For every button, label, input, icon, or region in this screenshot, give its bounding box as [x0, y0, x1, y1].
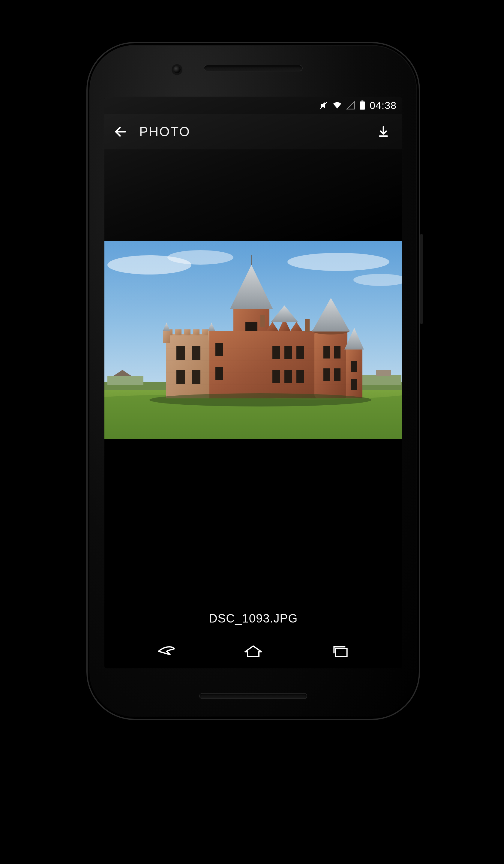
- phone-side-button: [420, 234, 423, 324]
- svg-rect-18: [184, 329, 191, 335]
- svg-rect-17: [175, 329, 181, 335]
- svg-rect-41: [215, 367, 223, 380]
- photo-viewer: DSC_1093.JPG: [104, 149, 402, 634]
- svg-rect-66: [335, 649, 347, 657]
- app-bar-title: PHOTO: [139, 124, 191, 139]
- svg-rect-57: [346, 349, 362, 398]
- svg-point-61: [149, 393, 371, 407]
- download-button[interactable]: [373, 121, 394, 143]
- svg-rect-2: [360, 101, 365, 109]
- svg-rect-60: [351, 379, 357, 390]
- wifi-icon: [333, 101, 342, 110]
- svg-rect-46: [285, 370, 292, 383]
- svg-rect-28: [192, 370, 200, 384]
- svg-rect-56: [334, 368, 340, 381]
- nav-home-icon: [243, 645, 263, 658]
- svg-rect-20: [202, 329, 208, 335]
- svg-rect-43: [285, 346, 292, 359]
- svg-rect-47: [296, 370, 304, 383]
- download-icon: [377, 125, 390, 138]
- app-bar: PHOTO: [104, 114, 402, 149]
- phone-front-camera: [173, 66, 181, 73]
- svg-point-6: [167, 250, 233, 265]
- nav-recents-icon: [332, 645, 349, 658]
- svg-rect-10: [107, 376, 143, 385]
- svg-rect-12: [362, 375, 401, 385]
- svg-rect-49: [305, 319, 310, 332]
- nav-back-button[interactable]: [145, 641, 187, 662]
- svg-rect-59: [351, 361, 357, 372]
- photo-filename-label: DSC_1093.JPG: [104, 602, 402, 634]
- photo-image[interactable]: [104, 241, 402, 439]
- svg-rect-48: [261, 315, 265, 327]
- svg-rect-13: [376, 370, 391, 376]
- phone-ear-speaker: [204, 65, 303, 71]
- svg-rect-55: [323, 368, 330, 381]
- svg-rect-19: [193, 329, 200, 335]
- svg-rect-35: [209, 331, 317, 398]
- nav-recents-button[interactable]: [320, 641, 361, 662]
- castle-photo-illustration: [104, 241, 402, 439]
- phone-device-frame: 04:38 PHOTO: [86, 42, 420, 720]
- android-nav-bar: [104, 634, 402, 669]
- cellular-signal-icon: [346, 101, 355, 110]
- svg-rect-1: [361, 100, 363, 101]
- mute-icon: [319, 101, 328, 110]
- svg-rect-44: [296, 346, 304, 359]
- svg-rect-25: [176, 346, 185, 360]
- status-bar: 04:38: [104, 97, 402, 114]
- phone-bottom-speaker: [199, 693, 307, 699]
- svg-rect-53: [323, 346, 330, 359]
- svg-point-7: [287, 253, 389, 271]
- svg-rect-15: [166, 334, 211, 398]
- svg-rect-27: [176, 370, 185, 384]
- svg-rect-50: [314, 331, 347, 398]
- svg-rect-21: [163, 331, 170, 343]
- svg-rect-26: [192, 346, 200, 360]
- svg-rect-40: [215, 343, 223, 356]
- back-button[interactable]: [110, 121, 131, 143]
- svg-rect-54: [334, 346, 340, 359]
- nav-back-icon: [156, 644, 176, 659]
- svg-rect-45: [272, 370, 280, 383]
- svg-rect-42: [272, 346, 280, 359]
- phone-screen: 04:38 PHOTO: [104, 97, 402, 669]
- status-bar-clock: 04:38: [370, 99, 397, 111]
- battery-icon: [359, 100, 365, 110]
- arrow-left-icon: [113, 124, 128, 139]
- nav-home-button[interactable]: [232, 641, 274, 662]
